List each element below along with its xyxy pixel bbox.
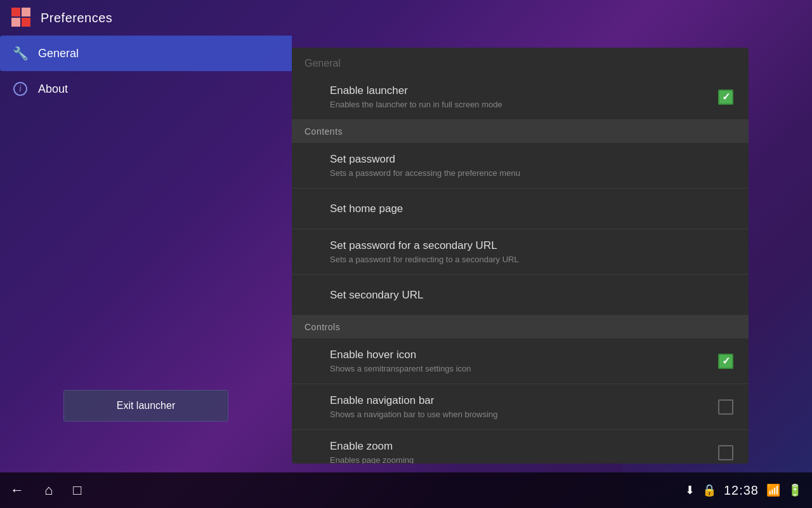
set-home-page-title: Set home page (330, 203, 403, 215)
exit-launcher-button[interactable]: Exit launcher (63, 390, 228, 422)
app-icon (10, 6, 33, 29)
status-time: 12:38 (724, 483, 759, 498)
app-title: Preferences (41, 11, 112, 25)
enable-hover-icon-title: Enable hover icon (330, 349, 716, 361)
info-icon: i (13, 81, 28, 97)
battery-icon: 🔋 (788, 483, 802, 497)
enable-launcher-item[interactable]: Enable launcher Enables the launcher to … (292, 74, 749, 120)
svg-rect-0 (11, 8, 20, 17)
recents-button[interactable]: □ (73, 482, 81, 498)
set-password-text: Set password Sets a password for accessi… (330, 153, 736, 178)
status-bar: ← ⌂ □ ⬇ 🔒 12:38 📶 🔋 (0, 472, 812, 508)
set-password-item[interactable]: Set password Sets a password for accessi… (292, 143, 749, 189)
contents-section-header: Contents (292, 120, 749, 143)
enable-nav-bar-item[interactable]: Enable navigation bar Shows a navigation… (292, 384, 749, 430)
lock-icon: 🔒 (702, 483, 716, 497)
zoom-checkbox-unchecked (718, 445, 733, 460)
enable-hover-icon-text: Enable hover icon Shows a semitransparen… (330, 349, 716, 373)
main-panel: General Enable launcher Enables the laun… (292, 48, 749, 464)
enable-nav-bar-text: Enable navigation bar Shows a navigation… (330, 394, 716, 419)
enable-nav-bar-checkbox[interactable] (716, 397, 736, 417)
controls-section-header: Controls (292, 316, 749, 338)
set-password-secondary-url-item[interactable]: Set password for a secondary URL Sets a … (292, 229, 749, 275)
set-password-secondary-url-subtitle: Sets a password for redirecting to a sec… (330, 255, 736, 264)
enable-zoom-title: Enable zoom (330, 440, 716, 453)
sidebar: 🔧 General i About Exit launcher (0, 36, 292, 472)
android-icon: ⬇ (685, 483, 695, 497)
title-bar: Preferences (0, 0, 812, 36)
wifi-icon: 📶 (766, 483, 780, 497)
set-secondary-url-title: Set secondary URL (330, 289, 423, 302)
checkbox-checked-icon (718, 90, 733, 105)
wrench-icon: 🔧 (13, 46, 28, 61)
enable-launcher-text: Enable launcher Enables the launcher to … (330, 84, 716, 109)
home-button[interactable]: ⌂ (44, 482, 53, 498)
set-password-title: Set password (330, 153, 736, 166)
enable-nav-bar-subtitle: Shows a navigation bar to use when brows… (330, 410, 716, 419)
set-password-secondary-url-text: Set password for a secondary URL Sets a … (330, 239, 736, 264)
exit-launcher-label: Exit launcher (117, 400, 176, 411)
status-right: ⬇ 🔒 12:38 📶 🔋 (685, 483, 802, 498)
svg-rect-1 (22, 8, 30, 17)
svg-rect-2 (11, 18, 20, 27)
set-home-page-item[interactable]: Set home page (292, 189, 749, 229)
enable-hover-icon-item[interactable]: Enable hover icon Shows a semitransparen… (292, 338, 749, 384)
enable-launcher-checkbox[interactable] (716, 87, 736, 107)
sidebar-item-about[interactable]: i About (0, 71, 292, 107)
enable-hover-icon-checkbox[interactable] (716, 351, 736, 371)
general-section-top-label: General (292, 48, 749, 74)
set-password-subtitle: Sets a password for accessing the prefer… (330, 168, 736, 178)
enable-hover-icon-subtitle: Shows a semitransparent settings icon (330, 364, 716, 373)
status-nav: ← ⌂ □ (10, 482, 82, 498)
nav-bar-checkbox-unchecked (718, 399, 733, 415)
hover-checkbox-checked-icon (718, 354, 733, 369)
sidebar-label-general: General (38, 47, 79, 60)
enable-zoom-subtitle: Enables page zooming (330, 455, 716, 464)
sidebar-item-general[interactable]: 🔧 General (0, 36, 292, 71)
enable-zoom-checkbox[interactable] (716, 443, 736, 463)
enable-nav-bar-title: Enable navigation bar (330, 394, 716, 407)
enable-launcher-title: Enable launcher (330, 84, 716, 97)
set-password-secondary-url-title: Set password for a secondary URL (330, 239, 736, 252)
sidebar-label-about: About (38, 83, 68, 96)
set-secondary-url-item[interactable]: Set secondary URL (292, 275, 749, 316)
back-button[interactable]: ← (10, 482, 24, 498)
enable-zoom-text: Enable zoom Enables page zooming (330, 440, 716, 464)
enable-launcher-subtitle: Enables the launcher to run in full scre… (330, 100, 716, 109)
enable-zoom-item[interactable]: Enable zoom Enables page zooming (292, 430, 749, 464)
svg-rect-3 (22, 18, 30, 27)
